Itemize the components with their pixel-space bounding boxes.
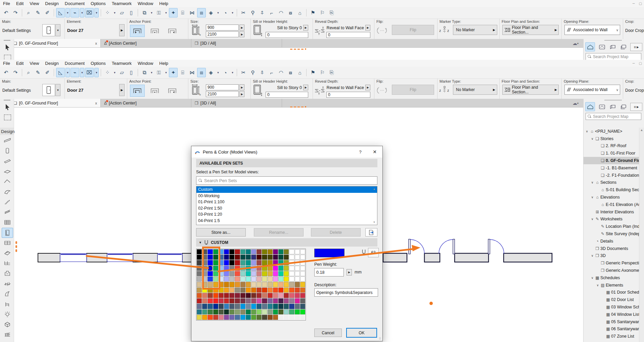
pen-cell[interactable] xyxy=(284,271,289,276)
design-section-label[interactable]: Design xyxy=(0,128,14,135)
expander-icon[interactable]: ∨ xyxy=(590,181,594,184)
pen-cell[interactable] xyxy=(213,249,218,254)
pen-cell[interactable] xyxy=(219,266,224,271)
zoom-select-icon[interactable]: ⌕ xyxy=(24,8,33,17)
door-preview-button[interactable] xyxy=(42,84,55,96)
pen-cell[interactable] xyxy=(240,271,245,276)
pen-cell[interactable] xyxy=(246,276,251,282)
expander-icon[interactable]: ∨ xyxy=(590,276,594,280)
menu-teamwork[interactable]: Teamwork xyxy=(109,1,135,6)
tool-curtain-wall-grid[interactable] xyxy=(2,330,13,340)
pen-cell[interactable] xyxy=(278,298,283,303)
tree-item--prj-name-[interactable]: ∨⌂<PRJ_NAME> xyxy=(584,128,644,135)
tree-item--1-b1-basement[interactable]: ❏-1. B1-Basement xyxy=(584,164,644,172)
pen-cell[interactable] xyxy=(273,266,278,271)
pen-cell[interactable] xyxy=(224,266,229,271)
inject-parameters-icon[interactable]: ✐ xyxy=(43,68,52,77)
pen-weight-input[interactable]: 0.18 xyxy=(314,268,344,276)
tool-object[interactable] xyxy=(2,299,13,309)
expander-icon[interactable]: ∨ xyxy=(590,196,594,199)
pen-cell[interactable] xyxy=(197,276,202,282)
pen-cell[interactable] xyxy=(262,282,267,287)
pen-cell[interactable] xyxy=(251,293,256,298)
pen-cell[interactable] xyxy=(219,298,224,303)
layout-book-button[interactable] xyxy=(608,42,617,51)
snap-grid-icon[interactable]: ⁘ xyxy=(103,68,112,77)
pen-cell[interactable] xyxy=(273,298,278,303)
pen-cell[interactable] xyxy=(197,315,202,320)
pen-cell[interactable] xyxy=(278,255,283,260)
pen-cell[interactable] xyxy=(229,271,234,276)
pen-cell[interactable] xyxy=(229,255,234,260)
restore-icon[interactable]: ▢ xyxy=(639,2,642,5)
menu-options[interactable]: Options xyxy=(88,1,109,6)
tool-opening[interactable] xyxy=(2,340,13,342)
skewed-grid-icon[interactable]: ▱ xyxy=(118,68,126,77)
tree-item-1-01-first-floor[interactable]: ❏1. 01-First Floor xyxy=(584,149,644,157)
pen-cell[interactable] xyxy=(197,298,202,303)
pen-cell[interactable] xyxy=(224,249,229,254)
pen-cell[interactable] xyxy=(273,282,278,287)
tree-item-06-sanitaryware-l[interactable]: ▦06 Sanitaryware L xyxy=(584,326,644,333)
crop-value[interactable]: Door Cropp xyxy=(625,28,644,33)
pen-cell[interactable] xyxy=(202,309,207,314)
redo-icon[interactable]: ↷ xyxy=(11,8,20,17)
publisher-button[interactable] xyxy=(618,42,628,51)
expander-icon[interactable]: ∨ xyxy=(590,254,594,257)
description-input[interactable]: Openings Symbols&Separators xyxy=(314,288,378,297)
sill-mode-value[interactable]: Sill to Story 0 xyxy=(266,85,302,90)
pen-cell[interactable] xyxy=(235,271,240,276)
pen-cell[interactable] xyxy=(219,282,224,287)
pen-cell[interactable] xyxy=(268,315,273,320)
scroll-up-icon[interactable]: ▲ xyxy=(639,128,644,132)
tree-item-worksheets[interactable]: ∨✎Worksheets xyxy=(584,216,644,223)
pen-cell[interactable] xyxy=(235,304,240,309)
tree-item-site-survey-indepe[interactable]: ✎Site Survey (Indepe xyxy=(584,230,644,238)
pen-cell[interactable] xyxy=(240,282,245,287)
minimize-icon[interactable]: – xyxy=(633,1,635,6)
pen-cell[interactable] xyxy=(257,282,262,287)
pen-cell[interactable] xyxy=(202,288,207,293)
tree-item-schedules[interactable]: ∨▦Schedules xyxy=(584,274,644,282)
anchor-right-button[interactable] xyxy=(165,85,180,97)
pen-cell[interactable] xyxy=(229,293,234,298)
pen-cell[interactable] xyxy=(295,282,300,287)
pen-cell[interactable] xyxy=(224,260,229,265)
pen-cell[interactable] xyxy=(251,304,256,309)
tool-skylight[interactable] xyxy=(2,248,13,258)
snap-guides-icon[interactable]: ⌁ xyxy=(71,68,79,77)
tool-marquee[interactable] xyxy=(2,52,13,60)
store-as-button[interactable]: Store as... xyxy=(196,228,246,237)
offset-icon[interactable]: ⧉ xyxy=(140,8,149,17)
pen-cell[interactable] xyxy=(262,309,267,314)
flag-off-icon[interactable]: ⚐ xyxy=(318,68,327,77)
stretch-icon[interactable]: ⋈ xyxy=(188,8,196,17)
pen-cell[interactable] xyxy=(251,271,256,276)
pen-cell[interactable] xyxy=(240,293,245,298)
palette-handle[interactable] xyxy=(4,100,10,100)
expander-icon[interactable]: ∨ xyxy=(590,217,594,221)
tree-item-stories[interactable]: ∨❏Stories xyxy=(584,135,644,142)
pen-cell[interactable] xyxy=(273,304,278,309)
pen-cell[interactable] xyxy=(213,266,218,271)
pen-cell[interactable] xyxy=(197,249,202,254)
curve-edge-icon[interactable]: ◠ xyxy=(277,8,285,17)
pen-cell[interactable] xyxy=(300,304,305,309)
pen-cell[interactable] xyxy=(251,276,256,282)
pen-set-search[interactable]: Search Pen Sets xyxy=(196,176,377,185)
pen-cell[interactable] xyxy=(240,266,245,271)
flag-on-icon[interactable]: ⚑ xyxy=(309,8,317,17)
pen-cell[interactable] xyxy=(246,315,251,320)
teamwork-cloud-button[interactable]: ☁▾ xyxy=(569,99,582,107)
pen-cell[interactable] xyxy=(251,315,256,320)
pen-cell[interactable] xyxy=(284,249,289,254)
offset-caret-icon[interactable]: ▾ xyxy=(149,8,154,17)
marker-type-dropdown[interactable]: No Marker▶ xyxy=(453,25,497,35)
pen-cell[interactable] xyxy=(219,293,224,298)
tree-item-3d-documents[interactable]: ❒3D Documents xyxy=(584,245,644,252)
pen-cell[interactable] xyxy=(240,298,245,303)
pen-set-item[interactable]: 03-Print 1:20 xyxy=(196,211,377,218)
pen-cell[interactable] xyxy=(300,271,305,276)
pen-cell[interactable] xyxy=(240,255,245,260)
pen-cell[interactable] xyxy=(219,309,224,314)
